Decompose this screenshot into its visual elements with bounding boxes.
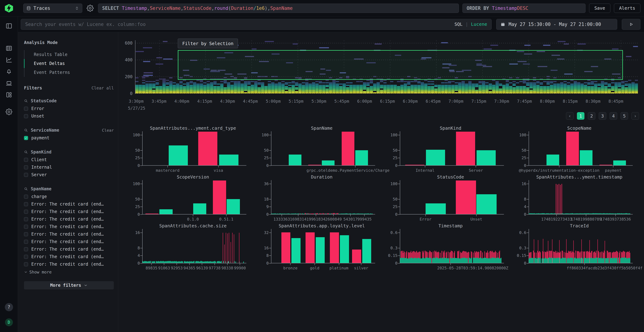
filter-option[interactable]: Error: The credit card (end… [24, 215, 114, 223]
analysis-mode-item[interactable]: Event Patterns [24, 68, 114, 77]
orderby-input[interactable]: ORDER BYTimestamp DESC [462, 4, 586, 13]
chart-noise-bar-green [157, 261, 157, 263]
chart-plot[interactable]: 02550100@hyperdx/instrumentation-excepti… [529, 131, 630, 166]
filter-option[interactable]: Error: The credit card (end… [24, 246, 114, 253]
checkbox[interactable] [24, 106, 28, 111]
alerts-bell-icon[interactable] [6, 68, 12, 75]
events-heatmap[interactable]: Filter by Selection 5/27/25 ‹12345› 0200… [118, 32, 644, 122]
filter-option[interactable]: Error: The credit card (end… [24, 238, 114, 246]
chart-x-tick-dash [339, 263, 339, 265]
select-query-input[interactable]: SELECTTimestamp,ServiceName,StatusCode,r… [98, 4, 459, 13]
chart-plot[interactable]: 02550100mastercardvisa [142, 131, 244, 166]
checkbox[interactable] [24, 232, 28, 236]
checkbox[interactable] [24, 165, 28, 170]
chart-plot[interactable]: 0481617481922734331748199880789174839373… [529, 180, 630, 214]
language-sql-toggle[interactable]: SQL [454, 22, 462, 27]
filter-option[interactable]: Error: The credit card (end… [24, 200, 114, 208]
chart-x-tick-dash [350, 214, 350, 216]
chart-plot[interactable]: 02550100InternalServer [400, 131, 501, 166]
checkbox[interactable] [24, 262, 28, 266]
save-button[interactable]: Save [589, 4, 610, 13]
chart-plot[interactable]: 0918361333363169831419961834260084954301… [271, 180, 372, 214]
filter-option[interactable]: Unset [24, 112, 114, 120]
query-settings-gear-icon[interactable] [86, 5, 94, 12]
filter-option[interactable]: Error: The credit card (end… [24, 260, 114, 268]
date-range-picker[interactable]: May 27 15:30:00 - May 27 21:00:00 [496, 19, 617, 30]
search-icon[interactable] [24, 128, 28, 132]
more-filters-button[interactable]: More filters [24, 281, 114, 290]
chart-noise-bar-green [550, 214, 551, 214]
checkbox[interactable] [24, 173, 28, 177]
alerts-button[interactable]: Alerts [614, 4, 640, 13]
checkbox[interactable] [24, 194, 28, 199]
filter-option[interactable]: charge [24, 193, 114, 200]
filter-option[interactable]: ✓payment [24, 134, 114, 142]
clear-all-filters-link[interactable]: Clear all [92, 86, 114, 90]
analysis-mode-item[interactable]: Results Table [24, 50, 114, 59]
filter-option[interactable]: Error: The credit card (end… [24, 230, 114, 238]
checkbox[interactable] [24, 217, 28, 221]
checkbox[interactable] [24, 158, 28, 162]
filter-option[interactable]: Error: The credit card (end… [24, 223, 114, 230]
app-logo[interactable] [0, 4, 18, 13]
chart-noise-bar-green [421, 258, 421, 263]
checkbox[interactable] [24, 202, 28, 206]
filter-option[interactable]: Client [24, 156, 114, 164]
checkbox[interactable] [24, 240, 28, 244]
pagination-page-1[interactable]: 1 [577, 112, 584, 120]
filter-option[interactable]: Error: The credit card (end… [24, 253, 114, 260]
analysis-mode-item[interactable]: Event Deltas [24, 59, 114, 68]
show-more-link[interactable]: Show more [24, 270, 114, 274]
chart-plot[interactable]: 02550100ErrorUnset [400, 180, 501, 214]
pagination-prev-button[interactable]: ‹ [566, 112, 574, 120]
panel-toggle-icon[interactable] [6, 22, 12, 29]
chart-plot[interactable]: 00.150.30.62025-05-28T03:59:14.900820000… [400, 229, 501, 263]
checkbox[interactable] [24, 114, 28, 118]
dashboards-icon[interactable] [6, 92, 12, 98]
event-viewer-icon[interactable] [6, 45, 12, 52]
checkbox[interactable] [24, 210, 28, 214]
chart-spike-pink [552, 239, 552, 263]
chart-plot[interactable]: 0481689835910639295394365961399773898338… [142, 229, 244, 263]
chart-plot[interactable]: 081632bronzegoldplatinumsilver [271, 229, 372, 263]
filter-by-selection-tooltip[interactable]: Filter by Selection [178, 39, 238, 48]
client-sessions-icon[interactable] [6, 80, 12, 87]
chart-spike-pink [534, 239, 534, 263]
search-icon[interactable] [24, 150, 28, 154]
run-query-button[interactable] [622, 19, 640, 30]
checkbox[interactable]: ✓ [24, 136, 28, 140]
search-input[interactable]: Search your events w/ Lucene ex. column:… [21, 19, 492, 30]
heatmap-selection-rect[interactable] [178, 50, 623, 80]
chart-plot[interactable]: 025501000.1.00.51.1 [142, 180, 244, 214]
pagination-page-3[interactable]: 3 [599, 112, 606, 120]
pagination-page-5[interactable]: 5 [620, 112, 628, 120]
chart-plot[interactable]: 02550100grpc.oteldemo.PaymentService/Cha… [271, 131, 372, 166]
filter-option[interactable]: Server [24, 171, 114, 178]
settings-gear-icon[interactable] [6, 108, 12, 115]
chart-noise-bar-green [591, 258, 592, 263]
filter-option[interactable]: Error [24, 105, 114, 112]
chart-noise-bar-pink [432, 252, 432, 263]
chart-noise-bar-green [202, 262, 203, 263]
pagination-next-button[interactable]: › [632, 112, 639, 120]
filter-clear-link[interactable]: Clear [102, 128, 114, 132]
checkbox[interactable] [24, 255, 28, 259]
filter-option[interactable]: Error: The credit card (end… [24, 208, 114, 215]
chart-noise-bar-green [173, 261, 174, 263]
chart-plot[interactable]: 00.150.30.6ff860334facdb23d3f430ff5b5050… [529, 229, 630, 263]
pagination-page-2[interactable]: 2 [588, 112, 595, 120]
filter-option[interactable]: Internal [24, 164, 114, 171]
chart-noise-bar-green [616, 214, 616, 214]
search-icon[interactable] [24, 99, 28, 103]
chart-noise-bar-green [538, 214, 538, 214]
checkbox[interactable] [24, 225, 28, 229]
filter-group-header: SpanName [24, 185, 114, 193]
user-avatar[interactable]: D [5, 318, 13, 326]
pagination-page-4[interactable]: 4 [610, 112, 617, 120]
language-lucene-toggle[interactable]: Lucene [471, 22, 487, 27]
chart-explorer-icon[interactable] [6, 56, 12, 63]
help-button[interactable]: ? [5, 303, 13, 311]
search-icon[interactable] [24, 187, 28, 191]
checkbox[interactable] [24, 247, 28, 251]
source-select[interactable]: Traces [23, 4, 82, 13]
